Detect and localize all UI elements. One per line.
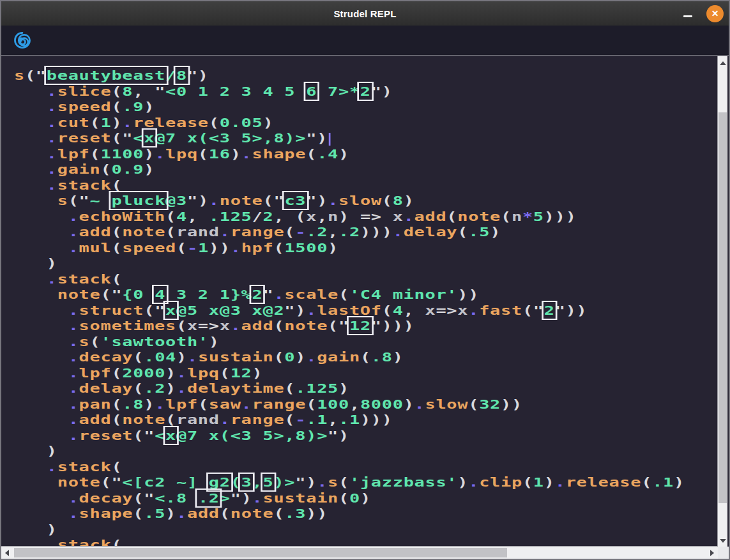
code-token: 2000 <box>122 365 165 381</box>
code-line[interactable]: .gain(0.9) <box>14 162 718 178</box>
code-line[interactable]: .pan(.8).lpf(saw.range(100,8000).slow(32… <box>14 397 718 412</box>
code-token: ) <box>674 474 685 490</box>
code-line[interactable]: s("~ pluck@3").note("c3").slow(8) <box>14 193 718 209</box>
code-token: . <box>47 459 57 474</box>
active-token: 8 <box>176 68 187 83</box>
code-token: . <box>68 490 79 506</box>
code-line[interactable]: .slice(8, "<0 1 2 3 4 5 6 7>*2") <box>14 84 718 100</box>
code-token: ))) <box>544 209 577 224</box>
code-line[interactable]: .stack( <box>14 271 718 287</box>
code-token: ( <box>111 412 122 427</box>
code-line[interactable]: ) <box>14 443 718 459</box>
close-button[interactable]: ✕ <box>706 5 724 22</box>
code-token: decay <box>79 490 133 506</box>
code-viewport[interactable]: s("beautybeast/8") .slice(8, "<0 1 2 3 4… <box>1 56 718 547</box>
code-token: . <box>47 271 57 287</box>
window-controls: ✕ <box>680 1 724 26</box>
code-token: ) <box>111 115 122 130</box>
code-line[interactable]: .add(note(rand.range(-.2,.2))).delay(.5) <box>14 224 718 240</box>
titlebar[interactable]: Strudel REPL ✕ <box>1 1 729 26</box>
horizontal-scrollbar-thumb[interactable] <box>14 548 507 557</box>
code-token: release <box>566 474 642 490</box>
code-token: ( <box>165 209 176 224</box>
minimize-button[interactable] <box>680 5 696 22</box>
code-token: . <box>404 209 414 224</box>
code-token: lpf <box>79 365 112 381</box>
code-token: ( <box>306 397 317 412</box>
code-line[interactable]: .reset("<x@7 x(<3 5>,8)>") <box>14 130 718 146</box>
code-line[interactable]: .stack( <box>14 459 718 475</box>
code-token: x <box>220 318 231 333</box>
code-line[interactable]: .shape(.5).add(note(.3)) <box>14 506 718 522</box>
code-token: .2 <box>144 381 165 396</box>
code-token: ( <box>338 474 349 490</box>
code-token: stack <box>57 537 112 547</box>
code-line[interactable]: .sometimes(x=>x.add(note("12"))) <box>14 318 718 334</box>
code-token: . <box>47 130 57 146</box>
code-token: . <box>47 178 57 193</box>
code-token: 16 <box>209 146 231 162</box>
code-line[interactable]: .decay(.04).sustain(0).gain(.8) <box>14 349 718 365</box>
code-line[interactable]: .s('sawtooth') <box>14 334 718 350</box>
code-token: (" <box>133 428 155 443</box>
code-token: range <box>252 397 307 412</box>
code-line[interactable]: .reset("<x@7 x(<3 5>,8)>") <box>14 428 718 444</box>
code-token: . <box>220 412 231 427</box>
code-line[interactable]: note("{0 4 3 2 1}%2".scale('C4 minor')) <box>14 287 718 303</box>
code-token: .8 <box>371 349 393 365</box>
code-line[interactable]: .struct("x@5 x@3 x@2").lastOf(4, x=>x.fa… <box>14 303 718 319</box>
code-line[interactable]: .speed(.9) <box>14 99 718 115</box>
code-line[interactable]: .lpf(1100).lpq(16).shape(.4) <box>14 146 718 162</box>
scroll-up-icon[interactable] <box>720 61 726 65</box>
code-token: 1 <box>533 474 544 490</box>
code-line[interactable]: ) <box>14 255 718 271</box>
code-line[interactable]: .decay("<.8 .2>").sustain(0) <box>14 490 718 506</box>
code-token: ( <box>446 209 457 224</box>
code-line[interactable]: .stack( <box>14 537 718 547</box>
code-token: . <box>468 303 479 318</box>
code-line[interactable]: ) <box>14 522 718 538</box>
code-token: ) <box>404 397 414 412</box>
code-area[interactable]: s("beautybeast/8") .slice(8, "<0 1 2 3 4… <box>14 68 718 547</box>
code-line[interactable]: .stack( <box>14 178 718 193</box>
code-token: )> <box>273 474 295 490</box>
code-token: x <box>425 303 436 318</box>
vertical-scrollbar-thumb[interactable] <box>719 112 727 503</box>
code-editor[interactable]: s("beautybeast/8") .slice(8, "<0 1 2 3 4… <box>1 56 729 559</box>
code-token: ") <box>306 193 328 208</box>
code-token: - <box>295 224 306 239</box>
code-line[interactable]: .lpf(2000).lpq(12) <box>14 365 718 381</box>
code-token: . <box>68 240 79 255</box>
scroll-down-icon[interactable] <box>720 539 726 543</box>
code-token: . <box>68 209 79 224</box>
active-token: 5 <box>262 474 273 490</box>
code-token: ( <box>641 474 652 490</box>
code-token: ( <box>382 193 393 208</box>
vertical-scrollbar[interactable] <box>717 56 727 547</box>
code-token: ) <box>328 240 338 255</box>
code-token: @7 x(<3 5>,8)> <box>155 130 306 146</box>
code-token: ( <box>90 146 101 162</box>
code-token: 4 <box>176 209 187 224</box>
code-token: sometimes <box>79 318 176 333</box>
code-token: . <box>47 84 57 99</box>
strudel-logo-icon[interactable] <box>13 31 31 49</box>
code-line[interactable]: .delay(.2).delaytime(.125) <box>14 381 718 397</box>
horizontal-scrollbar[interactable] <box>1 546 718 559</box>
code-line[interactable]: .echoWith(4, .125/2, (x,n) => x.add(note… <box>14 209 718 225</box>
code-token: .4 <box>317 146 338 162</box>
code-line[interactable]: s("beautybeast/8") <box>14 68 718 84</box>
code-line[interactable]: note("<[c2 ~] g2(3,5)>").s('jazzbass').c… <box>14 474 718 490</box>
code-line[interactable]: .cut(1).release(0.05) <box>14 115 718 131</box>
scroll-left-icon[interactable] <box>5 550 9 556</box>
code-line[interactable]: .add(note(rand.range(-.1,.1))) <box>14 412 718 428</box>
code-token: mul <box>79 240 112 255</box>
code-token: ( <box>198 146 209 162</box>
code-token: 100 <box>317 397 349 412</box>
code-token: ( <box>176 318 187 333</box>
code-line[interactable]: .mul(speed(-1)).hpf(1500) <box>14 240 718 256</box>
code-token: ( <box>100 162 111 177</box>
code-token: . <box>414 397 425 412</box>
code-token: ( <box>133 381 144 396</box>
scroll-right-icon[interactable] <box>710 550 714 556</box>
